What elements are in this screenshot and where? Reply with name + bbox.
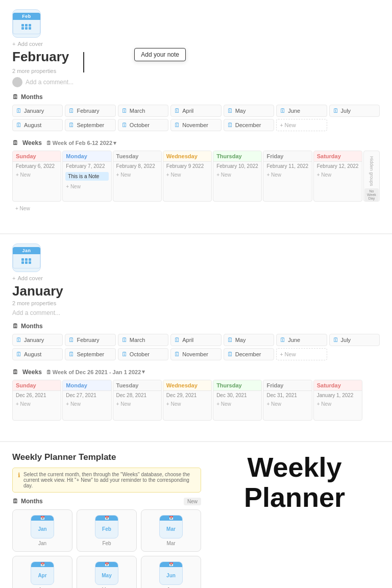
jan-day-new-tuesday[interactable]: + New (113, 400, 161, 408)
day-new-wednesday[interactable]: + New (163, 170, 211, 179)
jan-day-monday: Monday Dec 27, 2021 + New (62, 380, 111, 421)
add-note-tooltip[interactable]: Add your note (134, 48, 186, 61)
month-february[interactable]: 🗓February (65, 105, 115, 117)
day-header-thursday: Thursday (213, 151, 261, 162)
day-new-friday[interactable]: + New (263, 170, 311, 179)
may-card-icon: 📅 May (95, 561, 118, 585)
day-date-saturday: February 12, 2022 (314, 162, 362, 170)
months-grid-row2: 🗓August 🗓September 🗓October 🗓November 🗓D… (12, 119, 380, 131)
template-month-mar[interactable]: 📅 Mar Mar (141, 509, 201, 552)
jan-months-new-btn[interactable]: + New (276, 348, 327, 360)
jan-month-november[interactable]: 🗓November (170, 348, 221, 360)
jan-day-new-wednesday[interactable]: + New (163, 400, 211, 408)
weekly-grid: Sunday February 6, 2022 + New Monday Feb… (12, 151, 380, 202)
jan-day-new-monday[interactable]: + New (63, 400, 111, 408)
day-date-monday: February 7, 2022 (63, 162, 111, 170)
template-left: Weekly Planner Template ℹ Select the cur… (12, 452, 201, 588)
day-new-thursday[interactable]: + New (213, 170, 261, 179)
month-december[interactable]: 🗓December (224, 119, 274, 131)
template-month-apr[interactable]: 📅 Apr Apr (12, 556, 72, 588)
day-new-tuesday[interactable]: + New (113, 170, 161, 179)
template-info-box: ℹ Select the current month, then through… (12, 468, 201, 493)
jan-day-date-sunday: Dec 26, 2021 (13, 391, 61, 400)
month-july[interactable]: 🗓July (329, 105, 380, 117)
jan-add-cover-button[interactable]: Add cover (12, 275, 380, 281)
template-right: Weekly Planner (209, 452, 380, 513)
jan-month-february[interactable]: 🗓February (65, 334, 115, 346)
jan-week-nav[interactable]: 🗓 Week of Dec 26 2021 - Jan 1 2022 ▾ (46, 369, 145, 375)
template-month-feb[interactable]: 📅 Feb Feb (77, 509, 137, 552)
jan-month-july[interactable]: 🗓July (329, 334, 380, 346)
tooltip-line (83, 52, 84, 72)
add-cover-button[interactable]: Add cover (12, 41, 380, 47)
jan-month-september[interactable]: 🗓September (65, 348, 115, 360)
jan-month-march[interactable]: 🗓March (118, 334, 168, 346)
template-month-may[interactable]: 📅 May May (77, 556, 137, 588)
months-new-btn[interactable]: + New (276, 119, 327, 131)
template-months-label-row: 🗓 Months (12, 498, 43, 505)
jan-day-thursday: Thursday Dec 30, 2021 + New (213, 380, 262, 421)
month-october[interactable]: 🗓October (118, 119, 168, 131)
weeks-header: 🗓 Weeks 🗓 Week of Feb 6-12 2022 ▾ (12, 139, 380, 146)
template-month-jan[interactable]: 📅 Jan Jan (12, 509, 72, 552)
jan-day-new-friday[interactable]: + New (263, 400, 311, 408)
jan-day-new-thursday[interactable]: + New (213, 400, 261, 408)
month-april[interactable]: 🗓April (170, 105, 221, 117)
weeks-icon: 🗓 (12, 139, 18, 146)
cal-grid (21, 24, 32, 30)
comment-placeholder[interactable]: Add a comment... (26, 79, 74, 86)
jan-day-date-tuesday: Dec 28, 2021 (113, 391, 161, 400)
day-tuesday: Tuesday February 8, 2022 + New (113, 151, 162, 202)
day-new-monday[interactable]: + New (63, 182, 111, 191)
day-header-tuesday: Tuesday (113, 151, 161, 162)
jan-comment-placeholder[interactable]: Add a comment... (12, 309, 60, 316)
day-date-thursday: February 10, 2022 (213, 162, 261, 170)
week-nav[interactable]: 🗓 Week of Feb 6-12 2022 ▾ (46, 140, 116, 146)
february-months-db: 🗓 Months 🗓January 🗓February 🗓March 🗓Apri… (12, 93, 380, 131)
avatar (12, 77, 22, 87)
jan-month-december[interactable]: 🗓December (224, 348, 274, 360)
big-weekly-planner-title: Weekly Planner (244, 452, 345, 513)
jan-months-row2: 🗓August 🗓September 🗓October 🗓November 🗓D… (12, 348, 380, 360)
jan-month-april[interactable]: 🗓April (170, 334, 221, 346)
month-november[interactable]: 🗓November (170, 119, 221, 131)
jan-month-august[interactable]: 🗓August (12, 348, 63, 360)
comment-row: Add a comment... (12, 77, 380, 87)
month-september[interactable]: 🗓September (65, 119, 115, 131)
january-months-db: 🗓 Months 🗓January 🗓February 🗓March 🗓Apri… (12, 323, 380, 360)
month-january[interactable]: 🗓January (12, 105, 63, 117)
jan-month-june[interactable]: 🗓June (276, 334, 327, 346)
jan-day-new-sunday[interactable]: + New (13, 400, 61, 408)
jan-day-header-monday: Monday (63, 380, 111, 391)
feb-icon-body (13, 20, 40, 34)
template-section: Weekly Planner Template ℹ Select the cur… (0, 442, 392, 588)
day-friday: Friday February 11, 2022 + New (263, 151, 312, 202)
weeks-new-btn[interactable]: + New (12, 204, 380, 213)
template-month-jun[interactable]: 📅 Jun Jun (141, 556, 201, 588)
february-properties[interactable]: 2 more properties (12, 68, 380, 74)
day-header-wednesday: Wednesday (163, 151, 211, 162)
feb-card-icon: 📅 Feb (95, 515, 118, 538)
month-august[interactable]: 🗓August (12, 119, 63, 131)
jan-month-october[interactable]: 🗓October (118, 348, 168, 360)
hidden-groups-label: Hidden groups (369, 156, 374, 186)
jan-months-icon: 🗓 (12, 323, 18, 330)
no-week-badge: No Week Day (364, 188, 379, 201)
day-new-saturday[interactable]: + New (314, 170, 362, 179)
jan-month-may[interactable]: 🗓May (224, 334, 274, 346)
template-months-label: Months (21, 498, 43, 505)
month-march[interactable]: 🗓March (118, 105, 168, 117)
day-sunday: Sunday February 6, 2022 + New (12, 151, 61, 202)
day-monday: Monday February 7, 2022 This is a Note +… (62, 151, 111, 202)
jan-weekly-grid: Sunday Dec 26, 2021 + New Monday Dec 27,… (12, 380, 380, 421)
month-may[interactable]: 🗓May (224, 105, 274, 117)
day-note-monday[interactable]: This is a Note (65, 172, 108, 181)
january-properties[interactable]: 2 more properties (12, 300, 380, 306)
jan-day-new-saturday[interactable]: + New (314, 400, 362, 408)
template-new-button[interactable]: New (184, 498, 201, 505)
months-db-icon: 🗓 (12, 93, 18, 101)
jan-month-january[interactable]: 🗓January (12, 334, 63, 346)
day-new-sunday[interactable]: + New (13, 170, 61, 179)
february-weeks-db: 🗓 Weeks 🗓 Week of Feb 6-12 2022 ▾ Sunday… (12, 139, 380, 213)
month-june[interactable]: 🗓June (276, 105, 327, 117)
